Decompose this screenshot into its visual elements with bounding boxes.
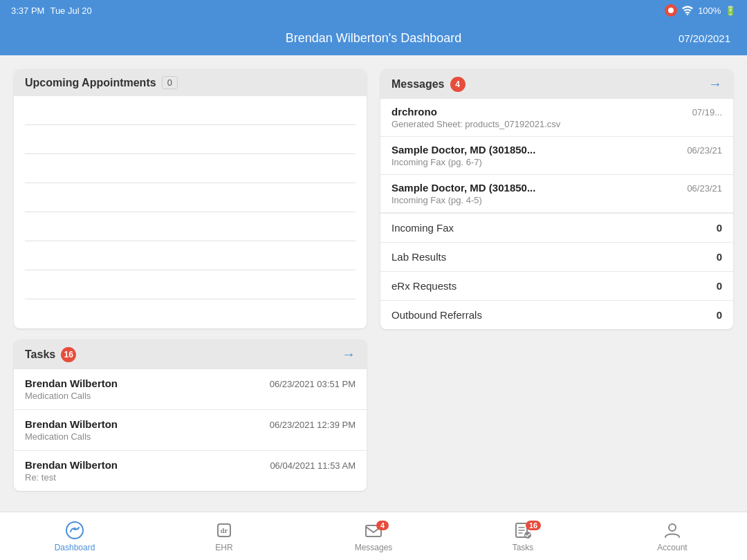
messages-card: Messages 4 → drchrono 07/19... Generated… [380,69,733,329]
message-item[interactable]: Sample Doctor, MD (301850... 06/23/21 In… [380,137,733,175]
appointments-rows [14,96,367,328]
task-date: 06/23/2021 03:51 PM [270,379,356,389]
main-content: Upcoming Appointments 0 Tasks 16 → [0,55,747,512]
stat-label: Lab Results [391,251,446,263]
appt-row [25,96,356,125]
tab-account[interactable]: Account [598,521,747,552]
left-column: Upcoming Appointments 0 Tasks 16 → [14,69,367,498]
appt-row [25,241,356,270]
tab-tasks-label: Tasks [513,543,534,552]
battery-display: 100% 🔋 [698,6,736,16]
status-bar: 3:37 PM Tue Jul 20 100% 🔋 [0,0,747,21]
messages-title: Messages [391,78,445,91]
appointments-card: Upcoming Appointments 0 [14,69,367,328]
task-subject: Re: test [25,472,356,483]
stat-value: 0 [717,280,722,292]
stat-label: Incoming Fax [391,222,454,234]
status-left: 3:37 PM Tue Jul 20 [11,6,92,16]
appt-row [25,154,356,183]
stat-value: 0 [717,309,722,321]
task-date: 06/23/2021 12:39 PM [270,420,356,430]
messages-header: Messages 4 → [380,69,733,99]
tasks-list: Brendan Wilberton 06/23/2021 03:51 PM Me… [14,369,367,491]
messages-tab-badge: 4 [376,521,389,530]
dashboard-icon [65,521,84,540]
task-item[interactable]: Brendan Wilberton 06/23/2021 12:39 PM Me… [14,410,367,451]
appointments-count: 0 [162,76,178,89]
svg-text:dr: dr [221,526,228,534]
message-date: 07/19... [692,107,722,118]
time-display: 3:37 PM [11,6,44,16]
tasks-header: Tasks 16 → [14,339,367,369]
task-subject: Medication Calls [25,391,356,401]
message-sender: drchrono [391,106,437,118]
message-subject: Incoming Fax (pg. 6-7) [391,157,722,167]
stat-label: eRx Requests [391,280,456,292]
right-column: Messages 4 → drchrono 07/19... Generated… [380,69,733,498]
tab-dashboard-label: Dashboard [55,543,95,552]
record-icon [665,4,677,17]
tab-ehr[interactable]: dr EHR [149,521,299,552]
message-sender: Sample Doctor, MD (301850... [391,144,535,156]
message-date: 06/23/21 [687,145,722,156]
appt-row [25,212,356,241]
stat-lab-results: Lab Results 0 [380,242,733,271]
stat-incoming-fax: Incoming Fax 0 [380,213,733,242]
svg-point-8 [669,524,676,531]
tasks-badge: 16 [61,347,76,362]
header: Brendan Wilberton's Dashboard 07/20/2021 [0,21,747,55]
stat-label: Outbound Referrals [391,309,482,321]
tasks-tab-badge: 16 [526,521,541,530]
tab-account-label: Account [657,543,687,552]
tasks-title: Tasks [25,348,55,361]
message-item[interactable]: Sample Doctor, MD (301850... 06/23/21 In… [380,175,733,213]
messages-arrow-button[interactable]: → [708,76,722,92]
tab-messages[interactable]: 4 Messages [299,521,448,552]
appointments-title: Upcoming Appointments [25,77,156,89]
svg-point-0 [687,14,688,15]
appt-row [25,125,356,154]
svg-point-2 [73,528,76,530]
task-item[interactable]: Brendan Wilberton 06/04/2021 11:53 AM Re… [14,451,367,491]
task-subject: Medication Calls [25,431,356,442]
header-title: Brendan Wilberton's Dashboard [255,31,492,46]
appointments-header: Upcoming Appointments 0 [14,69,367,96]
stat-value: 0 [717,222,722,234]
status-right: 100% 🔋 [665,4,736,17]
appt-row [25,270,356,299]
appt-row [25,299,356,328]
message-sender: Sample Doctor, MD (301850... [391,182,535,194]
message-date: 06/23/21 [687,183,722,194]
tab-ehr-label: EHR [215,543,232,552]
appt-row [25,183,356,212]
header-date: 07/20/2021 [492,32,730,44]
wifi-icon [681,6,694,15]
message-subject: Generated Sheet: products_07192021.csv [391,119,722,129]
tab-tasks[interactable]: 16 Tasks [448,521,598,552]
message-subject: Incoming Fax (pg. 4-5) [391,195,722,205]
ehr-icon: dr [214,521,234,540]
tasks-arrow-button[interactable]: → [342,346,356,362]
task-date: 06/04/2021 11:53 AM [270,460,356,471]
task-name: Brendan Wilberton [25,377,118,389]
tab-dashboard[interactable]: Dashboard [0,521,149,552]
message-item[interactable]: drchrono 07/19... Generated Sheet: produ… [380,99,733,137]
stat-outbound-referrals: Outbound Referrals 0 [380,300,733,329]
task-name: Brendan Wilberton [25,418,118,430]
task-item[interactable]: Brendan Wilberton 06/23/2021 03:51 PM Me… [14,369,367,410]
account-icon [663,521,682,540]
stat-value: 0 [717,251,722,263]
messages-badge: 4 [450,77,465,92]
task-name: Brendan Wilberton [25,459,118,471]
date-display: Tue Jul 20 [50,6,91,16]
stat-erx-requests: eRx Requests 0 [380,271,733,300]
tasks-card: Tasks 16 → Brendan Wilberton 06/23/2021 … [14,339,367,491]
tab-messages-label: Messages [355,543,393,552]
tab-bar: Dashboard dr EHR 4 Messages 16 [0,512,747,560]
